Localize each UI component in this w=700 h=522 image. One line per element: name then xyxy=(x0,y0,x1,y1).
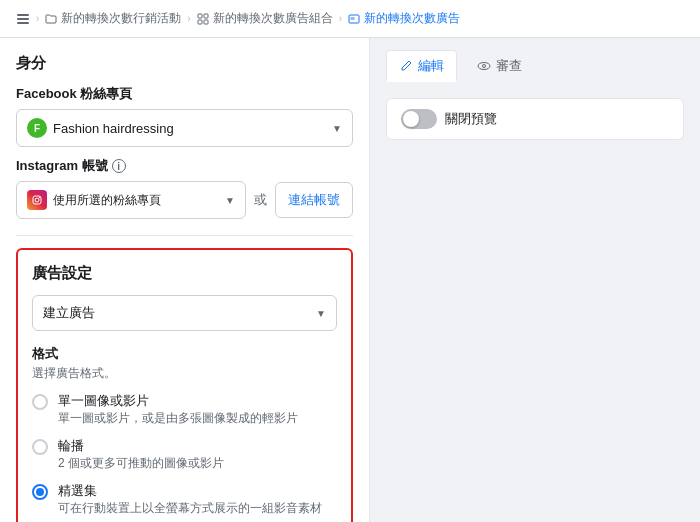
breadcrumb: › 新的轉換次數行銷活動 › 新的轉換次數廣告組合 › 新的轉換次數廣告 xyxy=(0,0,700,38)
svg-rect-4 xyxy=(204,14,208,18)
right-content: 關閉預覽 xyxy=(370,82,700,522)
format-text-0: 單一圖像或影片 單一圖或影片，或是由多張圖像製成的輕影片 xyxy=(58,392,298,427)
instagram-field: Instagram 帳號 i xyxy=(16,157,353,219)
eye-icon xyxy=(477,59,491,73)
format-text-2: 精選集 可在行動裝置上以全螢幕方式展示的一組影音素材 xyxy=(58,482,322,517)
format-option-1[interactable]: 輪播 2 個或更多可推動的圖像或影片 xyxy=(32,437,337,472)
svg-rect-2 xyxy=(17,22,29,24)
instagram-info-icon[interactable]: i xyxy=(112,159,126,173)
breadcrumb-item-1[interactable]: 新的轉換次數廣告組合 xyxy=(197,10,333,27)
link-account-button[interactable]: 連結帳號 xyxy=(275,182,353,218)
preview-toggle-label: 關閉預覽 xyxy=(445,110,497,128)
instagram-arrow-icon: ▼ xyxy=(225,195,235,206)
preview-toggle[interactable] xyxy=(401,109,437,129)
svg-point-11 xyxy=(39,197,40,198)
create-ad-select-wrapper: 建立廣告 ▼ xyxy=(32,295,337,331)
svg-rect-3 xyxy=(198,14,202,18)
breadcrumb-item-2[interactable]: 新的轉換次數廣告 xyxy=(348,10,460,27)
instagram-select[interactable]: 使用所選的粉絲專頁 ▼ xyxy=(16,181,246,219)
format-title: 格式 xyxy=(32,345,337,363)
ad-icon xyxy=(348,13,360,25)
facebook-page-field: Facebook 粉絲專頁 F Fashion hairdressing ▼ xyxy=(16,85,353,147)
identity-title: 身分 xyxy=(16,54,353,73)
format-option-0[interactable]: 單一圖像或影片 單一圖或影片，或是由多張圖像製成的輕影片 xyxy=(32,392,337,427)
svg-point-10 xyxy=(35,198,39,202)
instagram-row: 使用所選的粉絲專頁 ▼ 或 連結帳號 xyxy=(16,181,353,219)
instagram-label: Instagram 帳號 i xyxy=(16,157,353,175)
format-section: 格式 選擇廣告格式。 單一圖像或影片 單一圖或影片，或是由多張圖像製成的輕影片 xyxy=(32,345,337,517)
identity-section: 身分 Facebook 粉絲專頁 F Fashion hairdressing … xyxy=(16,54,353,219)
ad-settings-title: 廣告設定 xyxy=(32,264,337,283)
format-subtitle: 選擇廣告格式。 xyxy=(32,365,337,382)
breadcrumb-sep-0: › xyxy=(36,13,39,24)
grid-icon xyxy=(197,13,209,25)
menu-icon xyxy=(16,12,30,26)
edit-icon xyxy=(399,59,413,73)
folder-icon xyxy=(45,13,57,25)
create-ad-select[interactable]: 建立廣告 ▼ xyxy=(32,295,337,331)
format-radio-0[interactable] xyxy=(32,394,48,410)
svg-point-12 xyxy=(478,63,490,70)
preview-toggle-row: 關閉預覽 xyxy=(386,98,684,140)
separator-1 xyxy=(16,235,353,236)
or-text: 或 xyxy=(254,191,267,209)
format-text-1: 輪播 2 個或更多可推動的圖像或影片 xyxy=(58,437,224,472)
svg-rect-5 xyxy=(198,20,202,24)
format-radio-1[interactable] xyxy=(32,439,48,455)
left-panel: 身分 Facebook 粉絲專頁 F Fashion hairdressing … xyxy=(0,38,370,522)
facebook-page-select-content: F Fashion hairdressing xyxy=(27,118,174,138)
format-radio-2[interactable] xyxy=(32,484,48,500)
breadcrumb-sep-1: › xyxy=(187,13,190,24)
create-ad-arrow-icon: ▼ xyxy=(316,308,326,319)
breadcrumb-sep-2: › xyxy=(339,13,342,24)
tab-edit[interactable]: 編輯 xyxy=(386,50,457,82)
facebook-page-arrow-icon: ▼ xyxy=(332,123,342,134)
format-option-2[interactable]: 精選集 可在行動裝置上以全螢幕方式展示的一組影音素材 xyxy=(32,482,337,517)
svg-rect-1 xyxy=(17,18,29,20)
right-panel: 編輯 審查 關閉預覽 xyxy=(370,38,700,522)
svg-rect-6 xyxy=(204,20,208,24)
instagram-page-icon xyxy=(27,190,47,210)
main-layout: 身分 Facebook 粉絲專頁 F Fashion hairdressing … xyxy=(0,38,700,522)
tab-review[interactable]: 審查 xyxy=(465,50,534,82)
facebook-page-select[interactable]: F Fashion hairdressing ▼ xyxy=(16,109,353,147)
breadcrumb-item-0[interactable]: 新的轉換次數行銷活動 xyxy=(45,10,181,27)
facebook-page-label: Facebook 粉絲專頁 xyxy=(16,85,353,103)
svg-point-13 xyxy=(483,65,486,68)
svg-rect-0 xyxy=(17,14,29,16)
app-wrapper: › 新的轉換次數行銷活動 › 新的轉換次數廣告組合 › 新的轉換次數廣告 xyxy=(0,0,700,522)
right-tabs: 編輯 審查 xyxy=(370,38,700,82)
ad-settings-box: 廣告設定 建立廣告 ▼ 格式 選擇廣告格式。 xyxy=(16,248,353,522)
instagram-select-content: 使用所選的粉絲專頁 xyxy=(27,190,161,210)
toggle-knob xyxy=(403,111,419,127)
create-ad-select-content: 建立廣告 xyxy=(43,304,95,322)
facebook-page-icon: F xyxy=(27,118,47,138)
svg-rect-8 xyxy=(351,17,355,20)
